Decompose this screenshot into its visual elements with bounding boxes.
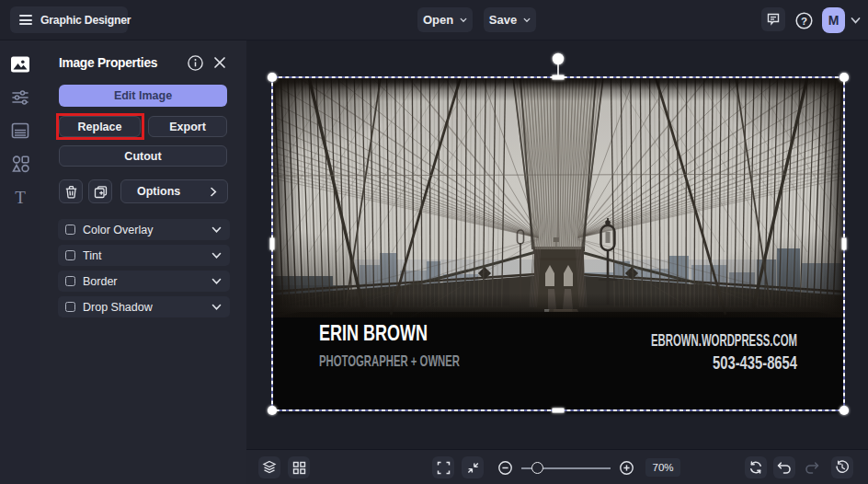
svg-text:PHOTOGRAPHER + OWNER: PHOTOGRAPHER + OWNER <box>319 352 460 370</box>
svg-text:503-435-8654: 503-435-8654 <box>713 352 797 373</box>
svg-text:ERIN BROWN: ERIN BROWN <box>319 320 428 345</box>
svg-text:T: T <box>15 188 26 207</box>
svg-text:EBROWN.WORDPRESS.COM: EBROWN.WORDPRESS.COM <box>651 330 797 350</box>
svg-text:?: ? <box>801 16 807 27</box>
